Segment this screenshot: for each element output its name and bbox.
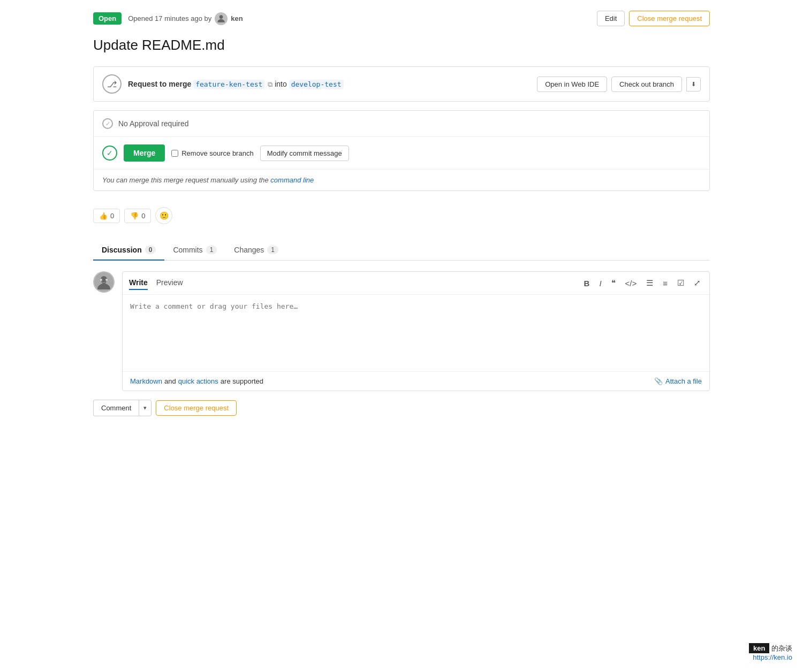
tab-commits[interactable]: Commits 1 (164, 240, 225, 261)
footer-suffix: are supported (221, 377, 263, 385)
merge-note-text: You can merge this merge request manuall… (102, 176, 269, 184)
bottom-actions: Comment ▾ Close merge request (93, 400, 710, 416)
avatar (215, 12, 228, 25)
tab-commits-label: Commits (173, 246, 202, 254)
comment-split-button: Comment ▾ (93, 400, 151, 416)
opened-text: Opened 17 minutes ago by (128, 14, 211, 22)
thumbs-up-button[interactable]: 👍 0 (93, 209, 120, 223)
comment-button[interactable]: Comment (93, 400, 139, 416)
merge-note: You can merge this merge request manuall… (94, 170, 709, 190)
code-button[interactable]: </> (623, 278, 639, 289)
branch-action-split: ⬇ (686, 77, 701, 91)
tab-changes[interactable]: Changes 1 (225, 240, 287, 261)
tabs: Discussion 0 Commits 1 Changes 1 (93, 240, 710, 261)
comment-textarea[interactable] (123, 295, 709, 370)
thumbs-up-icon: 👍 (99, 212, 108, 220)
into-text: into (275, 80, 287, 88)
thumbs-down-icon: 👎 (130, 212, 139, 220)
tab-discussion-label: Discussion (102, 246, 142, 254)
branch-info-left: ⎇ Request to merge feature-ken-test ⧉ in… (102, 74, 344, 94)
markdown-link[interactable]: Markdown (130, 377, 162, 385)
branch-card: ⎇ Request to merge feature-ken-test ⧉ in… (93, 66, 710, 102)
branch-icon: ⎇ (102, 74, 122, 94)
quick-actions-link[interactable]: quick actions (178, 377, 218, 385)
remove-source-branch-checkbox[interactable] (171, 150, 178, 157)
comment-write-tab[interactable]: Write (129, 276, 148, 290)
comment-footer: Markdown and quick actions are supported… (123, 371, 709, 391)
request-to-merge-label: Request to merge (128, 80, 191, 88)
merge-check-icon: ✓ (102, 146, 117, 161)
merge-card: ✓ No Approval required ✓ Merge Remove so… (93, 110, 710, 191)
remove-source-branch-label[interactable]: Remove source branch (171, 149, 253, 157)
copy-icon[interactable]: ⧉ (268, 80, 272, 88)
footer-and: and (164, 377, 176, 385)
comment-box: Write Preview B I ❝ </> ☰ ≡ ☑ ⤢ Markdown (122, 271, 710, 391)
remove-source-branch-text: Remove source branch (181, 149, 253, 157)
tab-changes-label: Changes (234, 246, 264, 254)
command-line-link[interactable]: command line (270, 176, 314, 184)
tab-changes-badge: 1 (267, 246, 278, 254)
comment-footer-left: Markdown and quick actions are supported (130, 377, 263, 385)
italic-button[interactable]: I (597, 278, 603, 289)
bold-button[interactable]: B (582, 278, 592, 289)
edit-button[interactable]: Edit (597, 11, 625, 26)
svg-point-0 (219, 15, 223, 19)
merge-section: ✓ Merge Remove source branch Modify comm… (94, 137, 709, 170)
branch-text: Request to merge feature-ken-test ⧉ into… (128, 80, 344, 89)
branch-info: ⎇ Request to merge feature-ken-test ⧉ in… (94, 67, 709, 101)
source-branch[interactable]: feature-ken-test (193, 80, 264, 89)
page-title: Update README.md (93, 37, 710, 54)
quote-button[interactable]: ❝ (609, 277, 618, 289)
thumbs-up-count: 0 (110, 212, 114, 220)
approval-section: ✓ No Approval required (94, 111, 709, 137)
thumbs-down-count: 0 (141, 212, 145, 220)
comment-preview-tab[interactable]: Preview (156, 276, 183, 290)
thumbs-down-button[interactable]: 👎 0 (124, 209, 151, 223)
close-merge-button-bottom[interactable]: Close merge request (156, 400, 237, 416)
check-out-branch-button[interactable]: Check out branch (611, 77, 682, 92)
modify-commit-button[interactable]: Modify commit message (260, 146, 349, 161)
attach-file-link[interactable]: 📎 Attach a file (654, 377, 702, 385)
merge-button[interactable]: Merge (124, 144, 165, 162)
comment-toolbar: B I ❝ </> ☰ ≡ ☑ ⤢ (582, 277, 703, 289)
italic-icon: I (599, 279, 601, 288)
open-web-ide-button[interactable]: Open in Web IDE (537, 77, 607, 92)
tab-discussion[interactable]: Discussion 0 (93, 240, 164, 261)
attach-file-label: Attach a file (665, 377, 702, 385)
bold-icon: B (584, 279, 590, 288)
author-name: ken (231, 14, 243, 22)
svg-point-3 (100, 279, 102, 281)
fullscreen-button[interactable]: ⤢ (692, 277, 703, 289)
branch-info-right: Open in Web IDE Check out branch ⬇ (537, 77, 701, 92)
opened-info: Opened 17 minutes ago by ken (128, 12, 243, 25)
tab-commits-badge: 1 (206, 246, 217, 254)
task-list-button[interactable]: ☑ (675, 277, 686, 289)
reactions-bar: 👍 0 👎 0 🙂 (93, 200, 710, 232)
target-branch[interactable]: develop-test (289, 80, 344, 89)
top-bar: Open Opened 17 minutes ago by ken Edit C… (93, 11, 710, 26)
comment-box-tabs: Write Preview B I ❝ </> ☰ ≡ ☑ ⤢ (123, 272, 709, 295)
top-bar-right: Edit Close merge request (597, 11, 710, 26)
ordered-list-button[interactable]: ≡ (661, 278, 670, 289)
status-badge: Open (93, 12, 122, 25)
svg-point-4 (105, 279, 108, 281)
close-merge-button-top[interactable]: Close merge request (629, 11, 710, 26)
comment-arrow-button[interactable]: ▾ (139, 400, 151, 416)
comment-tabs-left: Write Preview (129, 276, 192, 290)
comment-area: Write Preview B I ❝ </> ☰ ≡ ☑ ⤢ Markdown (93, 271, 710, 391)
top-bar-left: Open Opened 17 minutes ago by ken (93, 12, 243, 25)
check-circle-icon: ✓ (102, 118, 113, 129)
comment-footer-right: 📎 Attach a file (654, 377, 702, 385)
unordered-list-button[interactable]: ☰ (644, 277, 655, 289)
avatar (93, 271, 115, 293)
approval-text: No Approval required (118, 119, 189, 128)
emoji-picker-button[interactable]: 🙂 (155, 207, 172, 224)
attach-file-icon: 📎 (654, 377, 663, 385)
branch-action-arrow[interactable]: ⬇ (686, 77, 701, 91)
tab-discussion-badge: 0 (145, 246, 156, 254)
